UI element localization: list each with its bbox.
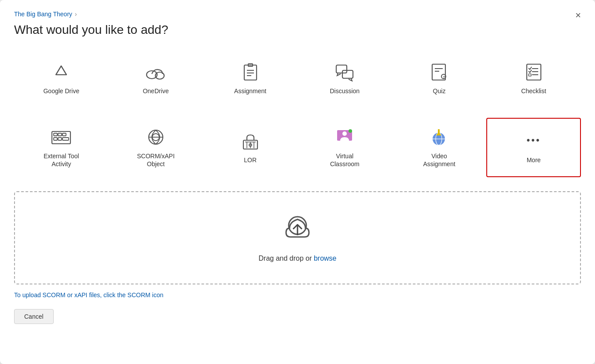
svg-rect-46 xyxy=(438,129,440,133)
virtual-classroom-button[interactable]: VirtualClassroom xyxy=(298,118,392,177)
discussion-label: Discussion xyxy=(330,87,360,95)
discussion-icon xyxy=(334,62,355,83)
quiz-button[interactable]: ? Quiz xyxy=(392,53,487,104)
items-row-2: External ToolActivity SCORM/xAPIObject xyxy=(14,118,581,177)
external-tool-activity-button[interactable]: External ToolActivity xyxy=(14,118,109,177)
quiz-icon: ? xyxy=(429,62,450,83)
external-tool-activity-label: External ToolActivity xyxy=(44,152,79,168)
onedrive-label: OneDrive xyxy=(143,87,169,95)
assignment-label: Assignment xyxy=(234,87,266,95)
add-content-dialog: × The Big Bang Theory › What would you l… xyxy=(0,0,595,364)
svg-line-2 xyxy=(61,66,66,75)
svg-point-41 xyxy=(349,129,352,133)
svg-rect-12 xyxy=(342,70,353,78)
breadcrumb-separator: › xyxy=(75,11,77,18)
svg-point-40 xyxy=(342,131,347,136)
scorm-xapi-label: SCORM/xAPIObject xyxy=(137,152,175,168)
scorm-note: To upload SCORM or xAPI files, click the… xyxy=(14,291,581,298)
checklist-button[interactable]: Checklist xyxy=(486,53,581,104)
google-drive-button[interactable]: Google Drive xyxy=(14,53,109,104)
dialog-title: What would you like to add? xyxy=(14,23,581,37)
assignment-button[interactable]: Assignment xyxy=(203,53,298,104)
svg-rect-22 xyxy=(529,74,531,76)
google-drive-label: Google Drive xyxy=(43,87,79,95)
close-button[interactable]: × xyxy=(572,9,584,22)
svg-rect-25 xyxy=(58,133,62,136)
discussion-button[interactable]: Discussion xyxy=(298,53,392,104)
video-assignment-icon xyxy=(429,127,450,148)
more-label: More xyxy=(527,156,541,164)
more-button[interactable]: ••• More xyxy=(486,118,581,177)
checklist-icon xyxy=(523,62,544,83)
svg-rect-28 xyxy=(58,138,62,140)
svg-rect-27 xyxy=(54,138,57,140)
google-drive-icon xyxy=(51,62,72,83)
onedrive-button[interactable]: OneDrive xyxy=(109,53,203,104)
virtual-classroom-icon xyxy=(334,127,355,148)
scorm-xapi-icon xyxy=(145,127,166,148)
more-icon: ••• xyxy=(523,131,544,152)
onedrive-icon xyxy=(145,62,166,83)
breadcrumb: The Big Bang Theory › xyxy=(14,11,581,18)
quiz-label: Quiz xyxy=(433,87,446,95)
cancel-button[interactable]: Cancel xyxy=(14,309,54,324)
browse-link[interactable]: browse xyxy=(314,255,337,262)
drop-zone[interactable]: Drag and drop or browse xyxy=(14,191,581,284)
svg-marker-0 xyxy=(56,66,66,75)
drop-text: Drag and drop or browse xyxy=(259,255,337,262)
video-assignment-button[interactable]: VideoAssignment xyxy=(392,118,487,177)
svg-rect-24 xyxy=(54,133,57,136)
svg-rect-26 xyxy=(62,133,66,136)
video-assignment-label: VideoAssignment xyxy=(423,152,455,168)
svg-rect-11 xyxy=(336,65,347,73)
items-row-1: Google Drive OneDrive xyxy=(14,53,581,104)
external-tool-activity-icon xyxy=(51,127,72,148)
lor-label: LOR xyxy=(244,156,257,164)
svg-rect-29 xyxy=(62,138,69,140)
dots-icon: ••• xyxy=(527,135,541,146)
svg-text:?: ? xyxy=(443,75,445,79)
lor-button[interactable]: LOR xyxy=(203,118,298,177)
upload-icon xyxy=(282,213,313,247)
breadcrumb-link[interactable]: The Big Bang Theory xyxy=(14,11,72,18)
drag-drop-text: Drag and drop or xyxy=(259,255,314,262)
scorm-xapi-button[interactable]: SCORM/xAPIObject xyxy=(109,118,203,177)
checklist-label: Checklist xyxy=(521,87,546,95)
lor-icon xyxy=(240,131,261,152)
assignment-icon xyxy=(240,62,261,83)
svg-line-1 xyxy=(56,66,61,75)
virtual-classroom-label: VirtualClassroom xyxy=(330,152,360,168)
